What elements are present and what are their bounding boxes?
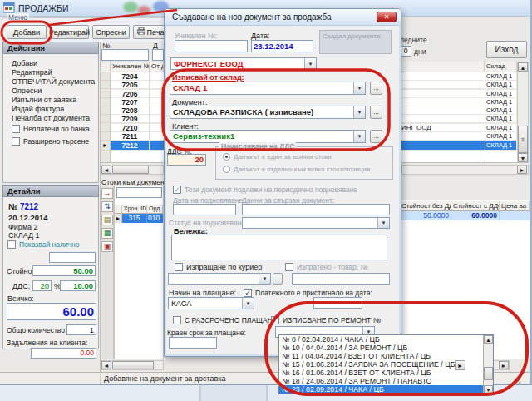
details-extra-field[interactable] <box>49 252 96 263</box>
table-hscrollbar-right[interactable]: ► <box>401 165 529 175</box>
add-button[interactable]: Добави <box>7 25 47 39</box>
warehouse-combo[interactable]: СКЛАД 1 ▼ <box>170 82 366 95</box>
date-input[interactable]: 23.12.2014 <box>251 40 313 52</box>
items-row-right[interactable]: 50.0000 60.0000 <box>400 211 530 220</box>
items-col-gross[interactable]: Стойност с ДДС <box>451 201 500 211</box>
scroll-down-icon[interactable]: ▼ <box>518 153 528 162</box>
scroll-left-icon[interactable]: ◄ <box>101 166 111 174</box>
action-refresh[interactable]: Опресни <box>12 87 42 95</box>
cargo-no-input[interactable] <box>292 273 390 285</box>
scroll-up-icon[interactable]: ▲ <box>518 62 528 72</box>
table-col-sklad[interactable]: Склад <box>485 62 517 72</box>
warehouse-browse-button[interactable]: ... <box>370 82 382 95</box>
table-row[interactable]: 7207 <box>101 98 164 106</box>
action-print-document[interactable]: ОТПЕЧАТАЙ документа <box>12 77 95 86</box>
table-col-from-date[interactable]: От д <box>150 62 164 72</box>
client-browse-button[interactable]: ... <box>370 130 382 143</box>
items-row-selected[interactable]: ► 315 010 <box>115 214 163 223</box>
details-qty-field[interactable]: 1 <box>66 324 96 335</box>
table-row-selected[interactable]: ►7212 <box>101 141 164 151</box>
filter-num-input[interactable] <box>101 49 149 61</box>
items-col-ord[interactable]: Орд <box>147 205 163 214</box>
table-hscrollbar-left[interactable]: ◄ <box>101 165 164 175</box>
action-edit[interactable]: Редактирай <box>12 68 52 77</box>
sent-cargo-checkbox[interactable] <box>285 263 293 271</box>
vat-per-item-radio[interactable] <box>223 166 230 173</box>
table-col-unique-id[interactable]: Уникален № <box>111 62 150 72</box>
export-icon[interactable]: → <box>101 188 113 199</box>
notes-icon[interactable]: ▤ <box>101 215 113 225</box>
items-col-net[interactable]: Стойност без ДДС <box>400 201 451 211</box>
action-add[interactable]: Добави <box>12 59 37 67</box>
renew-status-combo[interactable]: ▼ <box>242 217 390 229</box>
dialog-titlebar[interactable]: Създаване на нов документ за продажба ✕ <box>165 9 401 26</box>
courier-combo[interactable]: ▼ <box>168 273 271 285</box>
table-row[interactable]: 7206 <box>101 90 164 98</box>
dropdown-scrollbar[interactable]: ▲ ▼ <box>483 335 493 394</box>
edit-button[interactable]: Редактирай <box>50 25 89 39</box>
periodic-renewal-checkbox[interactable]: ✓ <box>173 186 181 194</box>
items-filter-input[interactable] <box>116 187 162 198</box>
table-vscrollbar[interactable]: ▲ ≡ ▼ <box>517 62 529 163</box>
last-days-input[interactable]: 0 <box>400 46 411 57</box>
copy-icon[interactable]: ▣ <box>101 241 113 252</box>
close-button[interactable]: ✕ <box>377 12 397 22</box>
vat-single-radio[interactable] <box>223 153 230 161</box>
table-row[interactable]: 7205 <box>101 81 164 89</box>
dropdown-item[interactable]: № 18 / 24.06.2014 / ЗА РЕМОНТ / ПАНАВТО <box>279 377 483 385</box>
table-row[interactable]: 7208 <box>101 106 164 115</box>
document-combo[interactable]: СКЛАДОВА РАЗПИСКА ( изписване) ▼ <box>170 106 366 119</box>
vat-pct-input[interactable]: 20 <box>167 154 206 166</box>
table-row[interactable]: 7210 <box>101 124 164 132</box>
filter-date-input[interactable] <box>152 49 164 61</box>
exit-button[interactable]: Изход <box>486 41 527 58</box>
sort-icon[interactable]: ⇅ <box>101 201 113 212</box>
payment-arrived-checkbox[interactable]: ✓ <box>244 289 252 297</box>
table-row[interactable]: 7209 <box>101 115 164 123</box>
payment-method-combo[interactable]: КАСА ▼ <box>168 297 254 309</box>
client-combo[interactable]: Сервиз-техник1 ▼ <box>170 130 366 143</box>
items-scroll-left-icon[interactable]: ◄ <box>101 361 111 369</box>
renew-date-input[interactable] <box>173 204 236 215</box>
scroll-right-icon[interactable]: ► <box>517 166 527 174</box>
linked-doc-input[interactable] <box>242 204 390 215</box>
dropdown-scroll-thumb[interactable] <box>484 367 493 380</box>
advanced-search-checkbox[interactable] <box>12 137 20 146</box>
details-vat-pct-field[interactable]: 20 <box>32 280 52 291</box>
dropdown-scroll-up-icon[interactable]: ▲ <box>484 335 493 344</box>
items-col-price[interactable]: Цена ва <box>500 201 530 211</box>
installment-checkbox[interactable] <box>173 316 181 324</box>
action-issue-invoice[interactable]: Издай фактура <box>12 105 64 113</box>
firm-combo[interactable]: ФОРНЕКСТ ЕООД ▼ <box>170 57 317 70</box>
overlap-scroll-right-icon[interactable]: ► <box>455 360 466 370</box>
dropdown-item[interactable]: № 11 / 04.04.2014 / ВЗЕТ ОТ КЛИЕНТА / ЦБ <box>279 352 483 360</box>
dropdown-item[interactable]: № 8 / 02.04.2014 / ЧАКА / ЦБ <box>279 335 483 344</box>
items-hscrollbar-left[interactable]: ◄ <box>101 360 164 370</box>
dropdown-scroll-down-icon[interactable]: ▼ <box>484 385 493 394</box>
unpaid-bank-checkbox[interactable] <box>12 125 20 133</box>
chart-icon[interactable]: ▦ <box>101 228 113 239</box>
payment-date-input[interactable] <box>313 297 362 309</box>
action-fulfill-order[interactable]: Изпълни от заявка <box>12 96 76 104</box>
repair-writeoff-checkbox[interactable]: ✓ <box>271 316 279 324</box>
unique-no-input[interactable] <box>175 40 248 52</box>
table-row[interactable]: 7204 <box>101 72 164 81</box>
courier-checkbox[interactable] <box>175 263 183 271</box>
details-total-field[interactable]: 60.00 <box>7 303 96 320</box>
dropdown-item[interactable]: № 10 / 04.04.2014 / ЗА РЕМОНТ / ЦБ <box>279 344 483 352</box>
details-value-field[interactable]: 50.00 <box>32 265 96 276</box>
note-textarea[interactable] <box>171 235 387 260</box>
items-scroll-right-icon[interactable]: ► <box>499 361 509 369</box>
document-browse-button[interactable]: ... <box>370 106 382 119</box>
dropdown-item[interactable]: № 16 / 01.06.2014 / ВЗЕТ ОТ КЛИЕНТА / ЦБ <box>279 369 483 377</box>
dropdown-item[interactable]: № 15 / 01.06.2014 / ЗАЯВКА ЗА ПОСЕЩЕНИЕ … <box>279 360 483 369</box>
action-profit[interactable]: Печалба от документа <box>12 114 90 122</box>
items-hscroll-thumb[interactable] <box>112 361 154 369</box>
courier-browse-button[interactable]: ... <box>273 273 283 285</box>
hscroll-thumb[interactable] <box>112 166 149 174</box>
payment-deadline-input[interactable] <box>169 337 217 349</box>
items-col-hron[interactable]: Хрон. ID <box>122 205 147 214</box>
vscroll-thumb[interactable]: ≡ <box>518 126 528 153</box>
dropdown-item-selected[interactable]: № 23 / 02.09.2014 / ЧАКА / ЦБ <box>279 385 483 394</box>
details-debt-field[interactable]: 0.00 <box>31 348 96 359</box>
